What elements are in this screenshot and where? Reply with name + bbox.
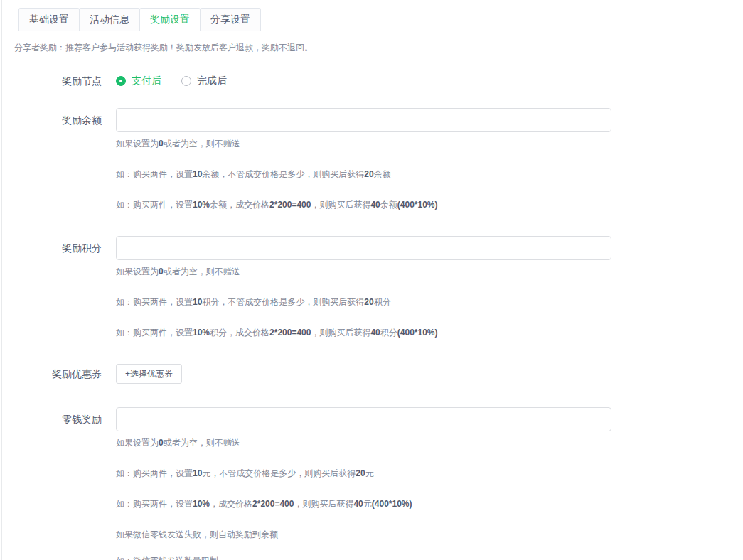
help-text: 如：购买两件，设置10积分，不管成交价格是多少，则购买后获得20积分 — [116, 296, 611, 308]
help-text: 如果微信零钱发送失败，则自动奖励到余额 — [116, 529, 611, 541]
form-item-reward-points: 奖励积分 如果设置为0或者为空，则不赠送 如：购买两件，设置10积分，不管成交价… — [14, 236, 743, 339]
help-text: 如果设置为0或者为空，则不赠送 — [116, 266, 611, 278]
reward-node-radio-group: 支付后完成后 — [116, 75, 247, 87]
reward-balance-label: 奖励余额 — [14, 108, 102, 211]
help-text: 如：购买两件，设置10元，不管成交价格是多少，则购买后获得20元 — [116, 468, 611, 480]
tab-bar: 基础设置活动信息奖励设置分享设置 — [14, 8, 743, 31]
cash-reward-input[interactable] — [116, 407, 611, 431]
radio-option-label: 完成后 — [197, 75, 227, 87]
form-item-reward-balance: 奖励余额 如果设置为0或者为空，则不赠送 如：购买两件，设置10余额，不管成交价… — [14, 108, 743, 211]
radio-after-payment[interactable]: 支付后 — [116, 75, 161, 87]
select-coupon-button[interactable]: +选择优惠券 — [116, 364, 182, 384]
radio-option-label: 支付后 — [132, 75, 161, 87]
radio-circle-icon — [181, 76, 191, 86]
sharer-reward-description: 分享者奖励：推荐客户参与活动获得奖励！奖励发放后客户退款，奖励不退回。 — [14, 42, 743, 54]
form-item-reward-node: 奖励节点 支付后完成后 — [14, 75, 743, 87]
help-text: 如：购买两件，设置10%余额，成交价格2*200=400，则购买后获得40余额(… — [116, 199, 611, 211]
tab-basic-settings[interactable]: 基础设置 — [18, 8, 80, 31]
reward-balance-input[interactable] — [116, 108, 611, 132]
help-text: 如：购买两件，设置10余额，不管成交价格是多少，则购买后获得20余额 — [116, 168, 611, 181]
reward-settings-page: 基础设置活动信息奖励设置分享设置 分享者奖励：推荐客户参与活动获得奖励！奖励发放… — [0, 0, 743, 560]
form-item-reward-coupon: 奖励优惠券 +选择优惠券 — [14, 364, 743, 384]
reward-settings-form: 奖励节点 支付后完成后 奖励余额 如果设置为0或者为空，则不赠送 如：购买两件，… — [14, 75, 743, 560]
help-text: 如：购买两件，设置10%，成交价格2*200=400，则购买后获得40元(400… — [116, 498, 611, 510]
help-text: 如果设置为0或者为空，则不赠送 — [116, 138, 611, 150]
reward-node-label: 奖励节点 — [14, 75, 102, 87]
panel-left-border — [1, 0, 2, 560]
cash-reward-label: 零钱奖励 — [14, 407, 102, 560]
tab-share-settings[interactable]: 分享设置 — [200, 8, 261, 31]
reward-points-label: 奖励积分 — [14, 236, 102, 339]
form-item-cash-reward: 零钱奖励 如果设置为0或者为空，则不赠送 如：购买两件，设置10元，不管成交价格… — [14, 407, 743, 560]
reward-coupon-label: 奖励优惠券 — [14, 364, 102, 384]
help-text-clipped: 如：微信零钱发送数量限制 — [116, 555, 611, 560]
help-text: 如果设置为0或者为空，则不赠送 — [116, 437, 611, 449]
radio-after-completion[interactable]: 完成后 — [181, 75, 227, 87]
tab-activity-info[interactable]: 活动信息 — [79, 8, 140, 31]
reward-points-input[interactable] — [116, 236, 611, 260]
tab-reward-settings[interactable]: 奖励设置 — [139, 8, 201, 31]
radio-circle-icon — [116, 76, 126, 86]
help-text: 如：购买两件，设置10%积分，成交价格2*200=400，则购买后获得40积分(… — [116, 327, 611, 339]
